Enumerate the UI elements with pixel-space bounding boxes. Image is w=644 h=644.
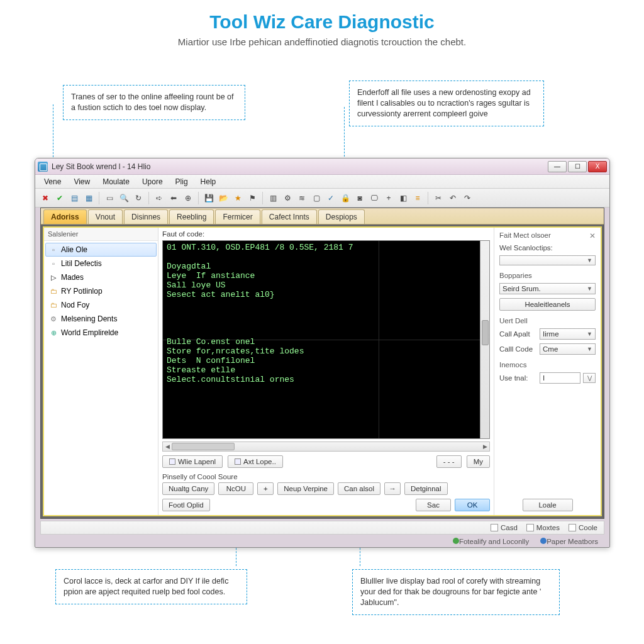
horizontal-scrollbar[interactable]: ◀ ▶ (162, 441, 490, 452)
my-button[interactable]: My (467, 455, 490, 468)
tab-despiops[interactable]: Despiops (318, 209, 365, 224)
tab-cafect[interactable]: Cafect Innts (262, 209, 317, 224)
lock-icon[interactable]: 🔒 (339, 192, 352, 204)
monitor-icon[interactable]: ▢ (310, 192, 323, 204)
menu-item[interactable]: Help (194, 176, 223, 187)
tree-item[interactable]: ▷Mades (45, 270, 157, 284)
cancel-icon[interactable]: ✖ (39, 192, 52, 204)
open-icon[interactable]: 📂 (217, 192, 230, 204)
tree-item[interactable]: 🗀Nod Foy (45, 298, 157, 312)
console[interactable]: 01 ONT.310, OSD.EP481 /8 0.5SE, 2181 7 D… (162, 240, 490, 439)
check-icon[interactable]: ✓ (325, 192, 337, 204)
detg-button[interactable]: Detginnal (404, 482, 448, 495)
menu-item[interactable]: Upore (136, 176, 169, 187)
undo-icon[interactable]: ↶ (447, 192, 459, 204)
scroll-left-icon[interactable]: ◀ (163, 442, 172, 451)
callout-bottom-left: Corol lacce is, deck at carfor and DIY I… (55, 569, 247, 604)
tree-item[interactable]: ▫Alie Ole (45, 243, 157, 257)
call-code-dropdown[interactable]: Cme▼ (540, 343, 596, 355)
new-icon[interactable]: ▭ (103, 192, 116, 204)
titlebar[interactable]: Ley Sit Book wrend l - 14 Hlio — ☐ X (35, 158, 609, 175)
tab-disinnes[interactable]: Disinnes (124, 209, 168, 224)
tree-label: RY Potlinlop (61, 287, 103, 296)
add-icon[interactable]: ⊕ (182, 192, 194, 204)
can-button[interactable]: Can alsol (338, 482, 380, 495)
scroll-right-icon[interactable]: ▶ (480, 442, 489, 451)
screen-icon[interactable]: 🖵 (368, 192, 380, 204)
healei-button[interactable]: Healeitleanels (499, 298, 596, 311)
dots-button[interactable]: - - - (436, 455, 462, 468)
scroll-thumb[interactable] (482, 320, 489, 345)
axt-button[interactable]: Axt Lope.. (228, 455, 283, 468)
plus-button[interactable]: + (257, 482, 274, 495)
tree-label: Melsening Dents (61, 314, 117, 323)
status-item[interactable]: Casd (491, 524, 518, 531)
camera-icon[interactable]: ◙ (353, 192, 366, 204)
gear-icon[interactable]: ⚙ (281, 192, 294, 204)
scroll-thumb[interactable] (172, 443, 235, 450)
menu-item[interactable]: Moulate (96, 176, 136, 187)
use-mal-input[interactable]: I (540, 372, 580, 384)
refresh-icon[interactable]: ↻ (132, 192, 145, 204)
layers-icon[interactable]: ≋ (296, 192, 308, 204)
search-icon[interactable]: 🔍 (118, 192, 130, 204)
tree-item[interactable]: 🗀RY Potlinlop (45, 284, 157, 298)
arrow-icon: ▷ (49, 273, 58, 282)
tabstrip: Adoriss Vnout Disinnes Reebling Fermicer… (41, 208, 604, 225)
star-icon[interactable]: ★ (231, 192, 244, 204)
ncou-button[interactable]: NcOU (218, 482, 253, 495)
cut-icon[interactable]: ✂ (432, 192, 445, 204)
nualty-button[interactable]: Nualtg Cany (162, 482, 214, 495)
redo-icon[interactable]: ↷ (461, 192, 474, 204)
status-item[interactable]: Coole (569, 524, 597, 531)
close-button[interactable]: X (588, 161, 607, 172)
loale-button[interactable]: Loale (523, 499, 573, 511)
wlie-button[interactable]: Wlie Lapenl (162, 455, 223, 468)
folder-icon: 🗀 (49, 287, 58, 296)
forward-icon[interactable]: ➪ (153, 192, 165, 204)
vertical-scrollbar[interactable] (480, 241, 490, 438)
tab-reebling[interactable]: Reebling (169, 209, 214, 224)
tree-item[interactable]: ⚙Melsening Dents (45, 312, 157, 326)
flag-icon[interactable]: ⚑ (246, 192, 258, 204)
inemocs-label: Inemocs (499, 361, 596, 369)
use-mal-step[interactable]: ⋁ (583, 373, 596, 383)
minimize-button[interactable]: — (548, 161, 567, 172)
menu-item[interactable]: Vene (38, 176, 67, 187)
tree-item[interactable]: ▫Litil Defectis (45, 257, 157, 270)
plus-icon[interactable]: + (382, 192, 395, 204)
ok-button[interactable]: OK (455, 499, 490, 511)
ok-icon[interactable]: ✔ (53, 192, 66, 204)
uert-label: Uert Dell (499, 317, 596, 325)
maximize-button[interactable]: ☐ (568, 161, 587, 172)
grid-icon[interactable]: ▦ (82, 192, 95, 204)
call-apalt-dropdown[interactable]: Iirme▼ (540, 328, 596, 340)
foot-button[interactable]: Footl Oplid (162, 499, 210, 511)
toolbar: ✖ ✔ ▤ ▦ ▭ 🔍 ↻ ➪ ⬅ ⊕ 💾 📂 ★ ⚑ ▥ ⚙ ≋ ▢ ✓ 🔒 … (35, 189, 609, 208)
doc-icon[interactable]: ▤ (68, 192, 80, 204)
warn-icon[interactable]: ≡ (411, 192, 424, 204)
menu-item[interactable]: Plig (169, 176, 194, 187)
callout-top-left: Tranes of ser to the online affeeling ro… (63, 85, 245, 120)
separator (262, 192, 263, 204)
chevron-down-icon: ▼ (587, 286, 592, 292)
sac-button[interactable]: Sac (416, 499, 451, 511)
seird-dropdown[interactable]: Seird Srum.▼ (499, 283, 596, 294)
tab-adoriss[interactable]: Adoriss (43, 209, 87, 224)
tab-fermicer[interactable]: Fermicer (215, 209, 260, 224)
save-icon[interactable]: 💾 (203, 192, 215, 204)
scan-dropdown[interactable]: ▼ (499, 255, 596, 265)
close-icon[interactable]: ✕ (589, 231, 596, 240)
menu-item[interactable]: View (67, 176, 96, 187)
side-panel: Salslenier ▫Alie Ole ▫Litil Defectis ▷Ma… (44, 228, 158, 515)
arrow-button[interactable]: → (384, 482, 401, 495)
back-icon[interactable]: ⬅ (167, 192, 180, 204)
status-item[interactable]: Moxtes (526, 524, 560, 531)
tree-item[interactable]: ⊕World Emplirelde (45, 326, 157, 340)
tab-vnout[interactable]: Vnout (88, 209, 123, 224)
properties-panel: Fait Mect olsoer✕ Wel Scanloctips: ▼ Bop… (494, 228, 601, 515)
node-icon[interactable]: ◧ (397, 192, 409, 204)
neup-button[interactable]: Neup Verpine (277, 482, 334, 495)
chart-icon[interactable]: ▥ (267, 192, 279, 204)
tree-label: Mades (61, 273, 84, 282)
